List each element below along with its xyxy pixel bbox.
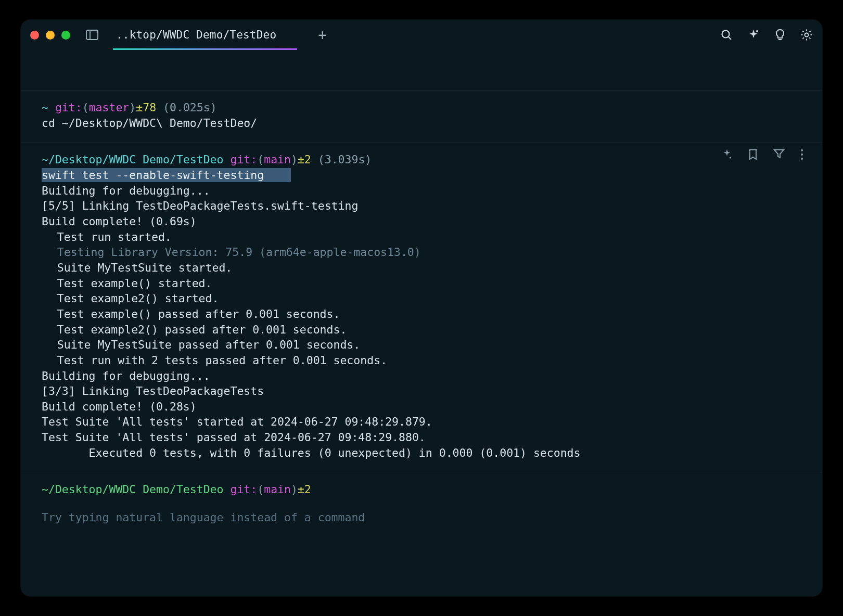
fullscreen-icon[interactable] — [61, 31, 70, 40]
svg-point-2 — [722, 31, 730, 38]
block-actions — [721, 149, 803, 160]
search-icon[interactable] — [720, 29, 733, 41]
command-text: cd ~/Desktop/WWDC\ Demo/TestDeo/ — [42, 116, 801, 131]
command-block-1[interactable]: ~ git:(master)±78 (0.025s) cd ~/Desktop/… — [21, 91, 822, 143]
output-line: Build complete! (0.28s) — [42, 399, 801, 415]
terminal-window: ..ktop/WWDC Demo/TestDeo + ~ git:(master… — [21, 20, 822, 596]
filter-icon[interactable] — [773, 149, 785, 160]
git-delta: ±2 — [298, 153, 311, 166]
prompt-row: ~ git:(master)±78 (0.025s) — [42, 100, 801, 116]
svg-point-8 — [801, 149, 803, 151]
input-block[interactable]: ~/Desktop/WWDC Demo/TestDeo git:(main)±2… — [21, 472, 822, 534]
new-tab-button[interactable]: + — [318, 27, 327, 44]
output-line: Testing Library Version: 75.9 (arm64e-ap… — [42, 245, 801, 260]
prompt-path: ~/Desktop/WWDC Demo/TestDeo — [42, 153, 224, 166]
command-input[interactable]: Try typing natural language instead of a… — [42, 510, 801, 525]
svg-point-9 — [801, 153, 803, 156]
output-line: Test run with 2 tests passed after 0.001… — [42, 353, 801, 368]
tab-active[interactable]: ..ktop/WWDC Demo/TestDeo — [113, 20, 297, 50]
command-block-2[interactable]: ~/Desktop/WWDC Demo/TestDeo git:(main)±2… — [21, 143, 822, 472]
prompt-path: ~ — [42, 101, 48, 114]
output-line: Test example() passed after 0.001 second… — [42, 306, 801, 322]
titlebar: ..ktop/WWDC Demo/TestDeo + — [21, 20, 822, 50]
minimize-icon[interactable] — [46, 31, 55, 40]
output-line: Test Suite 'All tests' passed at 2024-06… — [42, 430, 801, 445]
output-line: Suite MyTestSuite started. — [42, 260, 801, 276]
output-line: Test example() started. — [42, 276, 801, 291]
svg-point-7 — [730, 157, 731, 159]
svg-line-3 — [729, 37, 731, 40]
svg-point-10 — [801, 158, 803, 160]
git-label: git: — [230, 483, 257, 496]
prompt-row: ~/Desktop/WWDC Demo/TestDeo git:(main)±2… — [42, 152, 801, 168]
prompt-path: ~/Desktop/WWDC Demo/TestDeo — [42, 483, 224, 496]
output-line: Test example2() started. — [42, 291, 801, 306]
output-line: [5/5] Linking TestDeoPackageTests.swift-… — [42, 198, 801, 214]
git-branch: main — [264, 153, 291, 166]
git-label: git: — [230, 153, 257, 166]
panel-layout-icon[interactable] — [86, 30, 98, 40]
svg-point-6 — [805, 33, 809, 37]
svg-point-4 — [756, 30, 758, 32]
bookmark-icon[interactable] — [748, 149, 758, 160]
git-delta: ±78 — [136, 101, 156, 114]
output-line: Build complete! (0.69s) — [42, 214, 801, 229]
output-line: Test example2() passed after 0.001 secon… — [42, 322, 801, 338]
git-label: git: — [55, 101, 82, 114]
command-text-highlighted: swift test --enable-swift-testing — [42, 168, 264, 182]
svg-rect-0 — [86, 30, 98, 40]
output-line: Suite MyTestSuite passed after 0.001 sec… — [42, 337, 801, 353]
empty-block — [21, 50, 822, 91]
gear-icon[interactable] — [800, 29, 813, 41]
timing: (0.025s) — [163, 101, 217, 114]
close-icon[interactable] — [30, 31, 39, 40]
pin-sparkle-icon[interactable] — [721, 149, 733, 160]
output-line: Executed 0 tests, with 0 failures (0 une… — [42, 445, 801, 461]
timing: (3.039s) — [318, 153, 372, 166]
titlebar-actions — [720, 29, 813, 41]
output-line: Test Suite 'All tests' started at 2024-0… — [42, 414, 801, 430]
output-line: Building for debugging... — [42, 368, 801, 384]
more-vert-icon[interactable] — [800, 149, 803, 160]
traffic-lights — [30, 31, 70, 40]
sparkle-icon[interactable] — [747, 29, 760, 41]
output-line: [3/3] Linking TestDeoPackageTests — [42, 383, 801, 399]
tab-title: ..ktop/WWDC Demo/TestDeo — [116, 29, 276, 41]
output-line: Building for debugging... — [42, 183, 801, 199]
terminal-body: ~ git:(master)±78 (0.025s) cd ~/Desktop/… — [21, 50, 822, 535]
git-branch: main — [264, 483, 291, 496]
git-delta: ±2 — [298, 483, 311, 496]
git-branch: master — [89, 101, 130, 114]
current-prompt: ~/Desktop/WWDC Demo/TestDeo git:(main)±2 — [42, 482, 801, 497]
output-line: Test run started. — [42, 229, 801, 245]
lightbulb-icon[interactable] — [774, 29, 786, 41]
